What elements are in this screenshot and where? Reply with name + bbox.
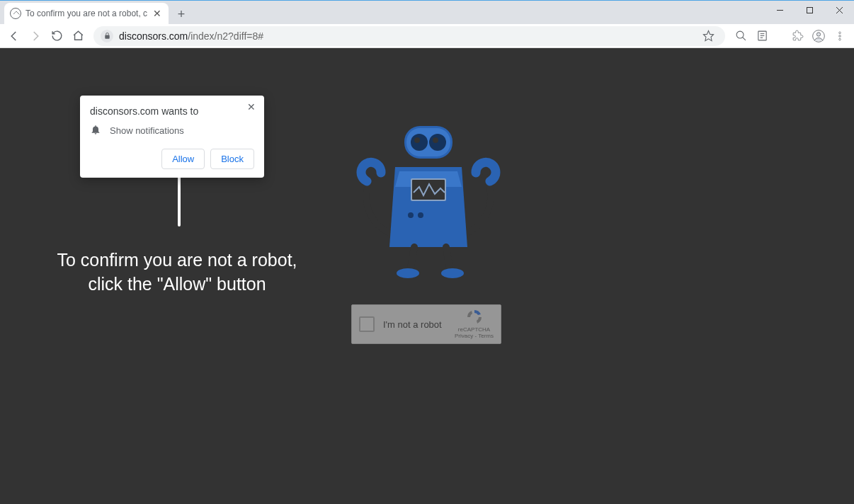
svg-point-29 xyxy=(408,212,414,218)
recaptcha-label: I'm not a robot xyxy=(383,319,455,330)
reader-icon[interactable] xyxy=(752,26,772,46)
url-text: disconsors.com/index/n2?diff=8# xyxy=(119,30,693,42)
notification-permission-popup: ✕ disconsors.com wants to Show notificat… xyxy=(80,96,264,178)
home-button[interactable] xyxy=(68,26,88,46)
browser-toolbar: disconsors.com/index/n2?diff=8# xyxy=(0,24,854,48)
star-icon[interactable] xyxy=(698,26,718,46)
recaptcha-checkbox[interactable] xyxy=(359,316,375,332)
window-maximize-button[interactable] xyxy=(795,1,824,19)
page-content: ✕ disconsors.com wants to Show notificat… xyxy=(0,48,854,504)
instruction-text: To confirm you are not a robot, click th… xyxy=(0,248,354,297)
svg-point-22 xyxy=(429,134,446,151)
recaptcha-logo-icon xyxy=(465,309,484,326)
permission-label: Show notifications xyxy=(110,125,184,136)
window-minimize-button[interactable] xyxy=(765,1,795,19)
allow-button[interactable]: Allow xyxy=(161,149,205,169)
back-button[interactable] xyxy=(4,26,24,46)
svg-point-13 xyxy=(816,32,820,35)
window-close-button[interactable] xyxy=(824,1,854,19)
tab-close-icon[interactable]: ✕ xyxy=(152,8,163,19)
robot-icon xyxy=(340,116,517,286)
forward-button[interactable] xyxy=(25,26,45,46)
svg-rect-4 xyxy=(105,35,109,39)
menu-icon[interactable] xyxy=(830,26,850,46)
window-controls xyxy=(765,1,854,19)
svg-point-6 xyxy=(736,31,744,38)
profile-icon[interactable] xyxy=(809,26,829,46)
new-tab-button[interactable]: + xyxy=(171,4,191,24)
permission-row: Show notifications xyxy=(90,124,254,137)
extensions-icon[interactable] xyxy=(787,26,807,46)
browser-tab[interactable]: To confirm you are not a robot, c ✕ xyxy=(4,3,169,24)
svg-point-15 xyxy=(839,35,841,37)
address-bar[interactable]: disconsors.com/index/n2?diff=8# xyxy=(93,26,725,46)
svg-point-31 xyxy=(397,268,419,278)
svg-marker-5 xyxy=(703,30,713,40)
svg-point-14 xyxy=(839,32,841,34)
reload-button[interactable] xyxy=(47,26,67,46)
svg-point-32 xyxy=(441,268,464,278)
svg-point-23 xyxy=(414,137,420,143)
bell-icon xyxy=(90,124,101,137)
window-tab-strip: To confirm you are not a robot, c ✕ + xyxy=(0,0,854,24)
svg-point-21 xyxy=(411,134,428,151)
svg-rect-1 xyxy=(807,7,812,13)
lock-icon xyxy=(101,30,113,42)
svg-point-24 xyxy=(433,137,438,143)
popup-close-icon[interactable]: ✕ xyxy=(244,100,258,114)
svg-line-7 xyxy=(742,38,745,40)
block-button[interactable]: Block xyxy=(210,149,254,169)
popup-title: disconsors.com wants to xyxy=(90,105,254,117)
svg-point-16 xyxy=(839,38,841,40)
zoom-icon[interactable] xyxy=(731,26,751,46)
tab-title: To confirm you are not a robot, c xyxy=(25,8,147,18)
recaptcha-widget[interactable]: I'm not a robot reCAPTCHA Privacy - Term… xyxy=(351,304,501,344)
svg-point-30 xyxy=(418,212,423,218)
recaptcha-badge: reCAPTCHA Privacy - Terms xyxy=(455,309,494,340)
globe-icon xyxy=(10,8,21,19)
